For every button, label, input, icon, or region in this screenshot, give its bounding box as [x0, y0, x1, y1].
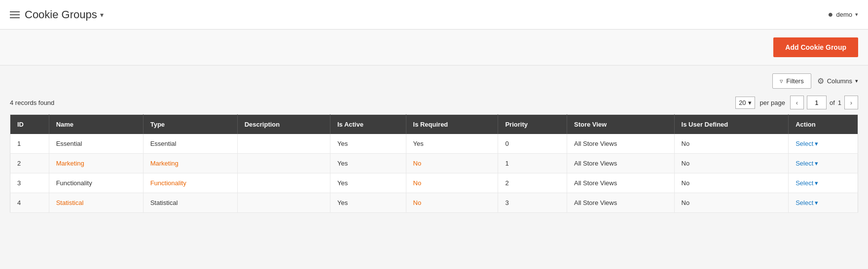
per-page-value: 20 — [739, 99, 746, 106]
table-header: ID Name Type Description Is Active Is Re… — [10, 115, 858, 134]
cell-is-user-defined: No — [674, 134, 789, 154]
cell-priority: 3 — [498, 193, 567, 213]
name-text: Functionality — [56, 179, 92, 187]
add-cookie-group-button[interactable]: Add Cookie Group — [773, 37, 858, 57]
records-found: 4 records found — [10, 99, 54, 106]
per-page-label: per page — [760, 99, 785, 106]
data-table: ID Name Type Description Is Active Is Re… — [10, 114, 858, 213]
header-left: Cookie Groups ▾ — [10, 8, 104, 21]
cell-priority: 1 — [498, 154, 567, 173]
cell-action: Select ▾ — [789, 154, 858, 173]
table-body: 1 Essential Essential Yes Yes 0 All Stor… — [10, 134, 858, 213]
table-header-row: ID Name Type Description Is Active Is Re… — [10, 115, 858, 134]
table-row: 2 Marketing Marketing Yes No 1 All Store… — [10, 154, 858, 173]
cell-name: Essential — [49, 134, 143, 154]
pagination-row: 4 records found 20 ▾ per page ‹ of 1 › — [10, 96, 858, 109]
cell-name: Statistical — [49, 193, 143, 213]
filters-label: Filters — [786, 77, 803, 85]
col-is-user-defined: Is User Defined — [674, 115, 789, 134]
is-required-text: Yes — [413, 140, 424, 147]
cell-store-view: All Store Views — [567, 134, 674, 154]
user-name: demo — [836, 11, 852, 18]
cell-priority: 2 — [498, 173, 567, 193]
cell-is-active: Yes — [330, 173, 406, 193]
col-action: Action — [789, 115, 858, 134]
cell-id: 3 — [10, 173, 49, 193]
cell-name: Functionality — [49, 173, 143, 193]
page-title: Cookie Groups — [25, 8, 97, 21]
total-pages: 1 — [838, 99, 841, 106]
select-chevron-icon: ▾ — [815, 160, 818, 167]
filter-icon: ▿ — [780, 77, 783, 85]
header-right: ● demo ▾ — [828, 9, 858, 20]
user-dropdown-icon[interactable]: ▾ — [855, 11, 858, 18]
cell-store-view: All Store Views — [567, 154, 674, 173]
type-link[interactable]: Marketing — [150, 160, 179, 167]
cell-priority: 0 — [498, 134, 567, 154]
is-required-link[interactable]: No — [413, 160, 422, 167]
cell-is-user-defined: No — [674, 154, 789, 173]
cell-id: 4 — [10, 193, 49, 213]
prev-page-button[interactable]: ‹ — [790, 96, 804, 109]
select-button[interactable]: Select ▾ — [796, 140, 818, 147]
filters-row: ▿ Filters ⚙ Columns ▾ — [10, 73, 858, 89]
table-row: 4 Statistical Statistical Yes No 3 All S… — [10, 193, 858, 213]
action-cell: Select ▾ — [796, 160, 851, 167]
page-number-input[interactable] — [807, 96, 827, 109]
type-text: Statistical — [150, 199, 178, 206]
select-chevron-icon: ▾ — [815, 199, 818, 206]
cell-type: Functionality — [143, 173, 237, 193]
cell-id: 1 — [10, 134, 49, 154]
cell-store-view: All Store Views — [567, 173, 674, 193]
top-header: Cookie Groups ▾ ● demo ▾ — [0, 0, 868, 30]
cell-is-required: No — [406, 193, 498, 213]
cell-description — [237, 193, 330, 213]
select-button[interactable]: Select ▾ — [796, 179, 818, 187]
gear-icon: ⚙ — [817, 76, 824, 86]
content-area: ▿ Filters ⚙ Columns ▾ 4 records found 20… — [0, 66, 868, 221]
col-is-active: Is Active — [330, 115, 406, 134]
table-row: 1 Essential Essential Yes Yes 0 All Stor… — [10, 134, 858, 154]
cell-is-user-defined: No — [674, 173, 789, 193]
col-name: Name — [49, 115, 143, 134]
is-required-link[interactable]: No — [413, 179, 422, 187]
col-id: ID — [10, 115, 49, 134]
cell-id: 2 — [10, 154, 49, 173]
per-page-select[interactable]: 20 ▾ — [735, 97, 755, 109]
select-button[interactable]: Select ▾ — [796, 199, 818, 206]
page-title-wrap: Cookie Groups ▾ — [25, 8, 104, 21]
name-link[interactable]: Statistical — [56, 199, 84, 206]
cell-is-active: Yes — [330, 193, 406, 213]
cell-description — [237, 134, 330, 154]
type-text: Essential — [150, 140, 177, 147]
is-required-link[interactable]: No — [413, 199, 422, 206]
cell-is-active: Yes — [330, 154, 406, 173]
cell-is-required: No — [406, 154, 498, 173]
per-page-dropdown-icon: ▾ — [748, 99, 752, 106]
type-link[interactable]: Functionality — [150, 179, 186, 187]
cell-type: Marketing — [143, 154, 237, 173]
select-chevron-icon: ▾ — [815, 179, 818, 187]
cell-is-required: No — [406, 173, 498, 193]
action-cell: Select ▾ — [796, 199, 851, 206]
title-dropdown-icon[interactable]: ▾ — [100, 11, 104, 19]
cell-action: Select ▾ — [789, 173, 858, 193]
columns-button[interactable]: ⚙ Columns ▾ — [817, 76, 858, 86]
name-link[interactable]: Marketing — [56, 160, 84, 167]
cell-description — [237, 154, 330, 173]
cell-is-required: Yes — [406, 134, 498, 154]
toolbar-section: Add Cookie Group — [0, 30, 868, 66]
select-button[interactable]: Select ▾ — [796, 160, 818, 167]
col-description: Description — [237, 115, 330, 134]
cell-is-active: Yes — [330, 134, 406, 154]
select-chevron-icon: ▾ — [815, 140, 818, 147]
filters-button[interactable]: ▿ Filters — [772, 73, 811, 89]
pagination-controls: 20 ▾ per page ‹ of 1 › — [735, 96, 858, 109]
menu-icon[interactable] — [10, 11, 20, 18]
next-page-button[interactable]: › — [844, 96, 858, 109]
of-label: of — [830, 99, 835, 106]
cell-type: Essential — [143, 134, 237, 154]
action-cell: Select ▾ — [796, 179, 851, 187]
columns-dropdown-icon: ▾ — [855, 78, 858, 84]
col-priority: Priority — [498, 115, 567, 134]
